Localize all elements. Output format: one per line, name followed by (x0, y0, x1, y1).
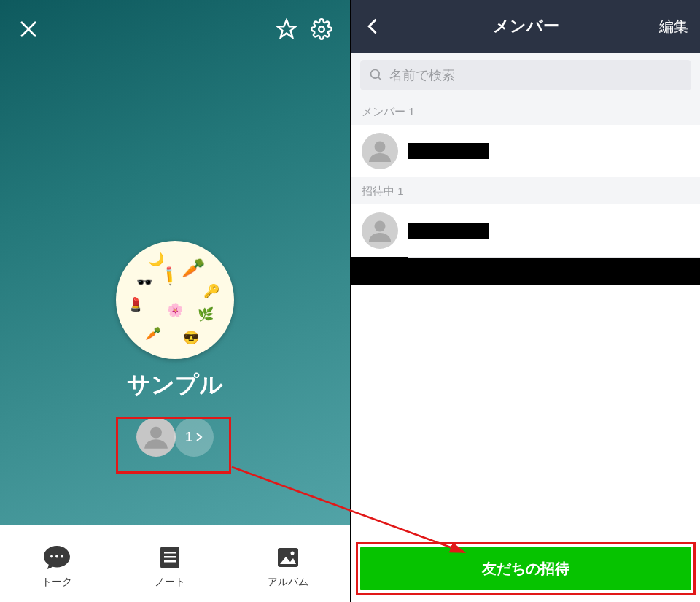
group-avatar[interactable]: 🌙 🥕 🕶️ 🔑 💄 🌸 🌿 🥕 😎 ✏️ (116, 241, 234, 359)
svg-point-3 (319, 26, 324, 32)
members-section-label: メンバー 1 (351, 98, 700, 125)
svg-rect-12 (278, 548, 298, 567)
group-name: サンプル (127, 369, 223, 401)
note-label: ノート (155, 576, 185, 589)
member-name-redacted (408, 143, 489, 159)
svg-marker-2 (278, 20, 296, 38)
inviting-row[interactable] (351, 204, 700, 257)
album-button[interactable]: アルバム (268, 544, 308, 589)
svg-point-17 (375, 142, 386, 153)
gear-icon[interactable] (311, 18, 332, 40)
star-icon[interactable] (276, 18, 298, 40)
members-header: メンバー 編集 (351, 0, 700, 53)
note-button[interactable]: ノート (155, 544, 185, 589)
svg-point-15 (371, 70, 380, 79)
album-icon (273, 544, 303, 571)
album-label: アルバム (268, 576, 308, 589)
svg-line-16 (378, 77, 381, 80)
bottom-actions: トーク ノート アルバム (0, 525, 350, 602)
svg-point-14 (291, 552, 295, 555)
inviting-section-label: 招待中 1 (351, 177, 700, 204)
svg-rect-9 (164, 552, 176, 554)
search-input[interactable]: 名前で検索 (360, 60, 691, 90)
inviting-name-redacted (408, 223, 489, 239)
chat-icon (42, 544, 71, 571)
avatar (362, 133, 398, 169)
annotation-highlight-members (116, 417, 231, 474)
member-row[interactable] (351, 125, 700, 177)
talk-label: トーク (42, 576, 72, 589)
divider (408, 257, 700, 258)
header-title: メンバー (351, 15, 700, 37)
svg-rect-10 (164, 556, 176, 558)
svg-point-18 (375, 221, 386, 232)
search-icon (369, 68, 384, 82)
edit-button[interactable]: 編集 (659, 17, 688, 36)
talk-button[interactable]: トーク (42, 544, 72, 589)
svg-point-5 (50, 555, 53, 558)
svg-point-6 (55, 555, 58, 558)
annotation-highlight-invite (356, 542, 696, 595)
search-placeholder: 名前で検索 (389, 66, 455, 84)
avatar (362, 212, 398, 249)
back-icon[interactable] (363, 16, 384, 36)
svg-rect-11 (164, 560, 176, 563)
svg-point-7 (61, 555, 63, 558)
close-icon[interactable] (18, 18, 39, 40)
top-bar (0, 15, 350, 44)
note-icon (155, 544, 184, 571)
